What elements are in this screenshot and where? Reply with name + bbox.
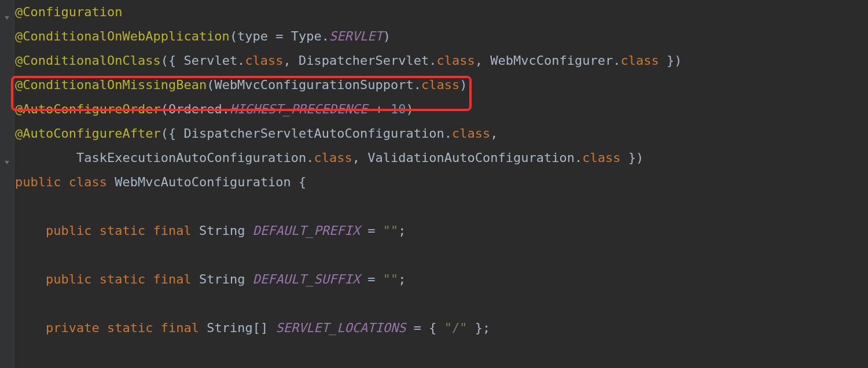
code-text: }) [620,150,643,165]
space [153,321,160,335]
code-text: = [360,223,383,238]
fold-toggle-icon[interactable] [3,14,11,22]
space [61,175,68,189]
indent [15,272,46,286]
keyword: static [100,272,145,286]
space [192,223,199,238]
keyword: class [314,150,352,165]
blank-line [15,194,682,219]
type: String [199,223,253,238]
space [192,272,199,286]
keyword: static [100,223,145,238]
string-literal: "/" [444,321,468,335]
annotation: @ConditionalOnWebApplication [15,29,230,43]
space [199,321,207,335]
keyword: final [153,223,191,238]
code-text: , ValidationAutoConfiguration. [352,150,582,165]
code-text: = [360,272,383,286]
field-name: DEFAULT_SUFFIX [253,272,360,286]
constant: SERVLET [329,29,383,43]
code-line: public static final String DEFAULT_SUFFI… [15,267,682,292]
code-area[interactable]: @Configuration @ConditionalOnWebApplicat… [15,0,682,340]
type: String [199,272,253,286]
fold-toggle-icon[interactable] [3,159,11,167]
code-text: ({ DispatcherServletAutoConfiguration. [161,126,452,141]
keyword: class [620,53,659,68]
space [145,272,153,286]
keyword: public [46,272,91,286]
code-text: TaskExecutionAutoConfiguration. [76,150,314,165]
code-text: , [490,126,498,141]
code-text: { [291,175,307,189]
space [107,175,115,189]
code-text: ({ Servlet. [161,53,245,68]
code-line: private static final String[] SERVLET_LO… [15,316,682,340]
keyword: class [69,175,107,189]
code-text: (type = Type. [230,29,329,43]
code-line: @ConditionalOnMissingBean(WebMvcConfigur… [15,73,682,97]
space [91,223,99,238]
space [100,321,107,335]
editor-gutter [0,0,14,368]
string-literal: "" [383,272,399,286]
blank-line [15,243,682,267]
keyword: final [153,272,191,286]
code-text: , WebMvcConfigurer. [475,53,621,68]
annotation: @ConditionalOnMissingBean [15,78,207,92]
code-line: @Configuration [15,0,682,24]
field-name: SERVLET_LOCATIONS [275,321,406,335]
indent [15,223,46,238]
keyword: class [421,78,459,92]
space [91,272,99,286]
code-text: ; [398,223,406,238]
code-text: ) [459,78,467,92]
number-literal: 10 [391,102,406,116]
annotation: @AutoConfigureOrder [15,102,161,116]
string-literal: "" [383,223,399,238]
code-text: + [367,102,391,116]
keyword: class [582,150,620,165]
editor-viewport: @Configuration @ConditionalOnWebApplicat… [0,0,868,368]
keyword: public [46,223,91,238]
code-line: @AutoConfigureOrder(Ordered.HIGHEST_PREC… [15,97,682,122]
keyword: class [437,53,475,68]
keyword: public [15,175,61,189]
code-text: (WebMvcConfigurationSupport. [207,78,421,92]
code-text: = { [406,321,444,335]
code-line: @ConditionalOnWebApplication(type = Type… [15,24,682,49]
code-line: @AutoConfigureAfter({ DispatcherServletA… [15,122,682,146]
type: String[] [207,321,275,335]
code-text: ) [383,29,391,43]
field-name: DEFAULT_PREFIX [253,223,360,238]
code-text: }; [468,321,491,335]
code-text: ; [398,272,406,286]
annotation: @ConditionalOnClass [15,53,161,68]
code-line: TaskExecutionAutoConfiguration.class, Va… [15,146,682,170]
annotation: @Configuration [15,5,122,19]
code-text: }) [659,53,682,68]
keyword: private [46,321,100,335]
code-line: @ConditionalOnClass({ Servlet.class, Dis… [15,49,682,73]
code-text: , DispatcherServlet. [284,53,437,68]
code-text: (Ordered. [161,102,230,116]
indent [15,150,76,165]
constant: HIGHEST_PRECEDENCE [230,102,367,116]
keyword: final [161,321,199,335]
space [145,223,153,238]
code-text: ) [406,102,414,116]
keyword: class [452,126,490,141]
indent [15,321,46,335]
blank-line [15,292,682,316]
code-line: public static final String DEFAULT_PREFI… [15,219,682,243]
keyword: class [245,53,283,68]
code-line: public class WebMvcAutoConfiguration { [15,170,682,194]
keyword: static [107,321,153,335]
annotation: @AutoConfigureAfter [15,126,161,141]
class-name: WebMvcAutoConfiguration [115,175,291,189]
